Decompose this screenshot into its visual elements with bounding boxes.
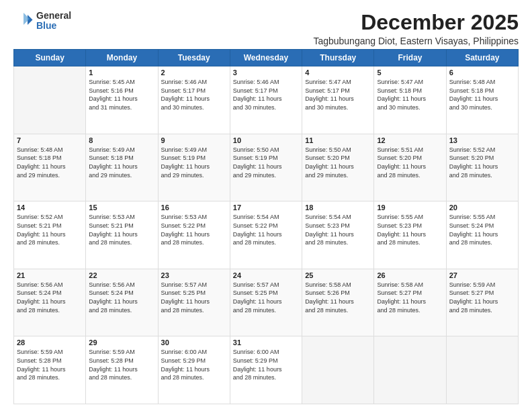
day-info: Sunrise: 5:55 AM Sunset: 5:24 PM Dayligh… [449,213,515,246]
table-row: 14Sunrise: 5:52 AM Sunset: 5:21 PM Dayli… [14,201,86,269]
col-tuesday: Tuesday [158,50,230,66]
location-subtitle: Tagbubungang Diot, Eastern Visayas, Phil… [313,36,519,46]
calendar-week-row: 7Sunrise: 5:48 AM Sunset: 5:18 PM Daylig… [14,134,519,201]
table-row [446,336,518,404]
day-number: 27 [449,271,515,279]
day-info: Sunrise: 5:56 AM Sunset: 5:24 PM Dayligh… [89,281,154,314]
day-number: 3 [233,68,299,77]
day-number: 18 [305,203,371,212]
table-row: 24Sunrise: 5:57 AM Sunset: 5:25 PM Dayli… [230,269,302,336]
day-number: 9 [161,136,227,144]
day-number: 8 [89,136,154,144]
day-info: Sunrise: 5:50 AM Sunset: 5:19 PM Dayligh… [233,146,299,179]
day-number: 4 [305,68,371,77]
page: General Blue December 2025 Tagbubungang … [0,0,532,411]
table-row: 5Sunrise: 5:47 AM Sunset: 5:18 PM Daylig… [374,66,446,134]
day-number: 26 [377,271,443,279]
day-number: 13 [449,136,515,144]
calendar-week-row: 21Sunrise: 5:56 AM Sunset: 5:24 PM Dayli… [14,269,519,336]
table-row: 20Sunrise: 5:55 AM Sunset: 5:24 PM Dayli… [446,201,518,269]
day-number: 10 [233,136,299,144]
day-info: Sunrise: 5:52 AM Sunset: 5:20 PM Dayligh… [449,146,515,179]
day-number: 6 [449,68,515,77]
calendar-header-row: Sunday Monday Tuesday Wednesday Thursday… [14,50,519,66]
day-number: 31 [233,338,299,347]
day-info: Sunrise: 5:57 AM Sunset: 5:25 PM Dayligh… [233,281,299,314]
day-info: Sunrise: 5:47 AM Sunset: 5:17 PM Dayligh… [305,78,371,111]
day-info: Sunrise: 5:48 AM Sunset: 5:18 PM Dayligh… [449,78,515,111]
day-number: 22 [89,271,154,279]
col-friday: Friday [374,50,446,66]
day-info: Sunrise: 5:50 AM Sunset: 5:20 PM Dayligh… [305,146,371,179]
table-row: 1Sunrise: 5:45 AM Sunset: 5:16 PM Daylig… [86,66,158,134]
table-row: 30Sunrise: 6:00 AM Sunset: 5:29 PM Dayli… [158,336,230,404]
day-number: 25 [305,271,371,279]
calendar-week-row: 1Sunrise: 5:45 AM Sunset: 5:16 PM Daylig… [14,66,519,134]
logo-text: General Blue [36,11,71,32]
title-block: December 2025 Tagbubungang Diot, Eastern… [313,11,519,46]
table-row: 23Sunrise: 5:57 AM Sunset: 5:25 PM Dayli… [158,269,230,336]
day-number: 1 [89,68,154,77]
day-info: Sunrise: 5:59 AM Sunset: 5:28 PM Dayligh… [89,348,154,381]
day-info: Sunrise: 5:51 AM Sunset: 5:20 PM Dayligh… [377,146,443,179]
day-number: 24 [233,271,299,279]
day-number: 14 [17,203,83,212]
table-row: 12Sunrise: 5:51 AM Sunset: 5:20 PM Dayli… [374,134,446,201]
col-thursday: Thursday [302,50,374,66]
table-row: 26Sunrise: 5:58 AM Sunset: 5:27 PM Dayli… [374,269,446,336]
table-row: 17Sunrise: 5:54 AM Sunset: 5:22 PM Dayli… [230,201,302,269]
day-info: Sunrise: 5:46 AM Sunset: 5:17 PM Dayligh… [161,78,227,111]
day-info: Sunrise: 5:53 AM Sunset: 5:21 PM Dayligh… [89,213,154,246]
day-number: 30 [161,338,227,347]
day-info: Sunrise: 5:49 AM Sunset: 5:19 PM Dayligh… [161,146,227,179]
table-row [374,336,446,404]
table-row: 25Sunrise: 5:58 AM Sunset: 5:26 PM Dayli… [302,269,374,336]
table-row [302,336,374,404]
day-info: Sunrise: 5:59 AM Sunset: 5:28 PM Dayligh… [17,348,83,381]
table-row: 3Sunrise: 5:46 AM Sunset: 5:17 PM Daylig… [230,66,302,134]
day-number: 12 [377,136,443,144]
day-number: 19 [377,203,443,212]
day-number: 11 [305,136,371,144]
logo: General Blue [13,11,71,32]
day-info: Sunrise: 5:56 AM Sunset: 5:24 PM Dayligh… [17,281,83,314]
day-info: Sunrise: 5:47 AM Sunset: 5:18 PM Dayligh… [377,78,443,111]
day-number: 15 [89,203,154,212]
table-row: 16Sunrise: 5:53 AM Sunset: 5:22 PM Dayli… [158,201,230,269]
table-row: 22Sunrise: 5:56 AM Sunset: 5:24 PM Dayli… [86,269,158,336]
day-info: Sunrise: 6:00 AM Sunset: 5:29 PM Dayligh… [161,348,227,381]
table-row: 8Sunrise: 5:49 AM Sunset: 5:18 PM Daylig… [86,134,158,201]
day-info: Sunrise: 5:55 AM Sunset: 5:23 PM Dayligh… [377,213,443,246]
logo-general-text: General [36,11,71,21]
day-info: Sunrise: 5:46 AM Sunset: 5:17 PM Dayligh… [233,78,299,111]
col-sunday: Sunday [14,50,86,66]
day-number: 20 [449,203,515,212]
day-info: Sunrise: 5:45 AM Sunset: 5:16 PM Dayligh… [89,78,154,111]
table-row: 28Sunrise: 5:59 AM Sunset: 5:28 PM Dayli… [14,336,86,404]
table-row: 4Sunrise: 5:47 AM Sunset: 5:17 PM Daylig… [302,66,374,134]
logo-blue-text: Blue [36,21,71,31]
day-number: 16 [161,203,227,212]
table-row [14,66,86,134]
table-row: 13Sunrise: 5:52 AM Sunset: 5:20 PM Dayli… [446,134,518,201]
calendar-table: Sunday Monday Tuesday Wednesday Thursday… [13,49,519,404]
day-info: Sunrise: 5:58 AM Sunset: 5:26 PM Dayligh… [305,281,371,314]
day-number: 17 [233,203,299,212]
col-saturday: Saturday [446,50,518,66]
table-row: 21Sunrise: 5:56 AM Sunset: 5:24 PM Dayli… [14,269,86,336]
day-info: Sunrise: 5:54 AM Sunset: 5:23 PM Dayligh… [305,213,371,246]
table-row: 6Sunrise: 5:48 AM Sunset: 5:18 PM Daylig… [446,66,518,134]
day-info: Sunrise: 5:53 AM Sunset: 5:22 PM Dayligh… [161,213,227,246]
day-number: 23 [161,271,227,279]
logo-icon [13,11,34,31]
day-info: Sunrise: 5:57 AM Sunset: 5:25 PM Dayligh… [161,281,227,314]
table-row: 10Sunrise: 5:50 AM Sunset: 5:19 PM Dayli… [230,134,302,201]
table-row: 7Sunrise: 5:48 AM Sunset: 5:18 PM Daylig… [14,134,86,201]
day-number: 5 [377,68,443,77]
day-info: Sunrise: 5:52 AM Sunset: 5:21 PM Dayligh… [17,213,83,246]
day-number: 29 [89,338,154,347]
header: General Blue December 2025 Tagbubungang … [13,11,519,46]
col-wednesday: Wednesday [230,50,302,66]
day-number: 21 [17,271,83,279]
day-number: 7 [17,136,83,144]
